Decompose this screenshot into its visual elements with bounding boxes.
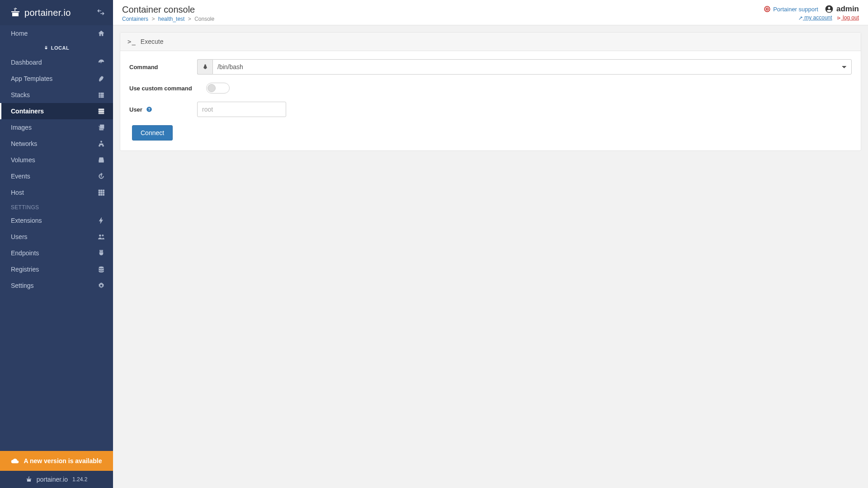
sidebar-item-images[interactable]: Images: [0, 119, 113, 136]
sidebar-item-label: Users: [11, 233, 28, 240]
sidebar-item-containers[interactable]: Containers: [0, 103, 113, 119]
sidebar-item-endpoints[interactable]: Endpoints: [0, 245, 113, 261]
sidebar-item-networks[interactable]: Networks: [0, 136, 113, 152]
home-icon: [98, 30, 105, 37]
main: Container console Containers > health_te…: [113, 0, 868, 488]
svg-text:?: ?: [148, 108, 150, 112]
panel-header: >_ Execute: [120, 33, 861, 51]
sidebar-nav: Home LOCAL Dashboard App Templates Stack…: [0, 25, 113, 451]
user-row: User ?: [129, 102, 852, 117]
support-link[interactable]: Portainer support: [764, 6, 818, 13]
sidebar-footer: portainer.io 1.24.2: [0, 471, 113, 488]
hdd-icon: [98, 156, 105, 164]
topbar: Container console Containers > health_te…: [113, 0, 868, 25]
topbar-left: Container console Containers > health_te…: [122, 5, 214, 22]
connect-button[interactable]: Connect: [132, 125, 173, 141]
sidebar-item-label: Volumes: [11, 156, 35, 164]
sidebar-item-users[interactable]: Users: [0, 229, 113, 245]
my-account-text: my account: [804, 14, 832, 21]
terminal-icon: >_: [127, 38, 136, 45]
sidebar-item-label: Dashboard: [11, 59, 42, 66]
sidebar-item-stacks[interactable]: Stacks: [0, 87, 113, 103]
footer-version: 1.24.2: [72, 476, 87, 483]
life-ring-icon: [764, 6, 770, 12]
history-icon: [98, 173, 105, 180]
breadcrumb-sep: >: [186, 16, 193, 22]
sidebar-item-label: App Templates: [11, 75, 52, 82]
cogs-icon: [98, 282, 105, 289]
linux-icon: [202, 64, 208, 70]
content: >_ Execute Command /bin/bash: [113, 25, 868, 158]
sidebar-item-extensions[interactable]: Extensions: [0, 212, 113, 229]
sidebar-item-events[interactable]: Events: [0, 168, 113, 184]
sidebar-toggle-icon[interactable]: [97, 8, 105, 18]
sidebar-item-label: Host: [11, 189, 24, 196]
execute-panel: >_ Execute Command /bin/bash: [120, 32, 861, 151]
bolt-icon: [98, 217, 105, 224]
panel-title: Execute: [141, 38, 164, 45]
sidebar-item-dashboard[interactable]: Dashboard: [0, 54, 113, 70]
toggle-knob: [208, 84, 216, 92]
grid-icon: [98, 189, 105, 196]
command-label: Command: [129, 64, 197, 70]
user-label: User ?: [129, 106, 197, 113]
sidebar-item-settings[interactable]: Settings: [0, 277, 113, 294]
panel-body: Command /bin/bash Use custom c: [120, 51, 861, 150]
list-icon: [98, 91, 105, 99]
breadcrumb-containers[interactable]: Containers: [122, 16, 148, 22]
custom-command-row: Use custom command: [129, 83, 852, 94]
actions: Connect: [132, 125, 852, 141]
sidebar-item-label: Images: [11, 124, 32, 131]
sidebar-endpoint-label: LOCAL: [51, 45, 69, 51]
user-circle-icon: [825, 5, 834, 14]
command-select[interactable]: /bin/bash: [212, 59, 852, 75]
sidebar-section-settings: SETTINGS: [0, 201, 113, 212]
update-banner[interactable]: A new version is available: [0, 451, 113, 471]
sidebar-item-label: Extensions: [11, 217, 42, 224]
logout-text: log out: [843, 14, 859, 21]
command-row: Command /bin/bash: [129, 59, 852, 75]
wrench-icon: [798, 16, 803, 20]
breadcrumb-container-name[interactable]: health_test: [158, 16, 185, 22]
breadcrumb: Containers > health_test > Console: [122, 16, 214, 22]
plug-icon: [98, 249, 105, 257]
sidebar-item-registries[interactable]: Registries: [0, 261, 113, 277]
sidebar-item-app-templates[interactable]: App Templates: [0, 70, 113, 87]
footer-brand: portainer.io: [37, 476, 68, 483]
breadcrumb-sep: >: [150, 16, 156, 22]
sidebar-item-host[interactable]: Host: [0, 184, 113, 201]
cloud-download-icon: [11, 457, 19, 465]
dashboard-icon: [98, 59, 105, 66]
update-banner-text: A new version is available: [24, 457, 102, 465]
user-input[interactable]: [197, 102, 286, 117]
command-input-group: /bin/bash: [197, 59, 852, 75]
breadcrumb-current: Console: [194, 16, 214, 22]
sidebar-item-label: Events: [11, 173, 30, 180]
username: admin: [836, 5, 859, 14]
logout-link[interactable]: log out: [837, 14, 859, 21]
sidebar: portainer.io Home LOCAL Dashboard App Te…: [0, 0, 113, 488]
custom-command-toggle[interactable]: [206, 83, 230, 94]
sidebar-item-label: Endpoints: [11, 249, 39, 257]
help-icon[interactable]: ?: [146, 106, 152, 113]
brand-text: portainer.io: [24, 8, 71, 18]
my-account-link[interactable]: my account: [798, 14, 832, 21]
portainer-logo-icon: [26, 476, 32, 483]
page-title: Container console: [122, 5, 214, 15]
sidebar-item-label: Containers: [11, 108, 44, 115]
database-icon: [98, 266, 105, 273]
server-icon: [98, 108, 105, 115]
svg-point-0: [764, 6, 770, 12]
topbar-right: Portainer support admin my account log o…: [764, 5, 859, 21]
custom-command-label: Use custom command: [129, 85, 206, 92]
brand[interactable]: portainer.io: [10, 7, 71, 18]
rocket-icon: [98, 75, 105, 82]
sidebar-item-label: Networks: [11, 140, 37, 147]
sidebar-item-home[interactable]: Home: [0, 25, 113, 42]
user-label: admin: [825, 5, 859, 14]
sidebar-item-volumes[interactable]: Volumes: [0, 152, 113, 168]
sidebar-item-label: Settings: [11, 282, 34, 289]
clone-icon: [98, 124, 105, 131]
sitemap-icon: [98, 140, 105, 147]
sidebar-item-label: Registries: [11, 266, 39, 273]
